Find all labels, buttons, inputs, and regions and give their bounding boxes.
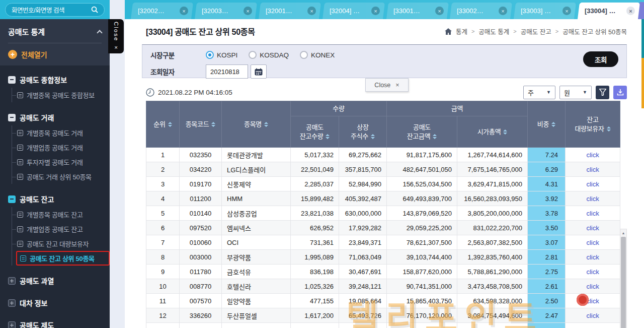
- menu-group: 공매도 종합정보개별종목 공매도 종합정보: [8, 73, 110, 102]
- holders-click-link[interactable]: click: [586, 253, 599, 261]
- menu-group-collapsed[interactable]: 공매도 과열: [8, 274, 110, 288]
- menu-item[interactable]: 개별종목 공매도 종합정보: [12, 88, 110, 102]
- menu-group-collapsed[interactable]: 대차 정보: [8, 296, 110, 310]
- column-header[interactable]: 잔고대량보유자: [566, 101, 620, 148]
- sort-icon[interactable]: [371, 134, 375, 139]
- menu-group-collapsed[interactable]: 공매도 제도: [8, 318, 110, 328]
- sidebar-section-toggle[interactable]: 공매도 통계: [8, 26, 102, 37]
- menu-item[interactable]: 개별종목 공매도 잔고: [12, 207, 110, 222]
- tab-close-icon[interactable]: ×: [435, 7, 443, 15]
- breadcrumb-item[interactable]: 공매도 잔고: [521, 27, 551, 36]
- column-header[interactable]: 종목명: [222, 101, 291, 148]
- cell: click: [566, 294, 620, 308]
- column-header[interactable]: 공매도잔고금액: [387, 116, 457, 148]
- tab-close-icon[interactable]: ×: [180, 7, 188, 15]
- menu-item[interactable]: 공매도 거래 상위 50종목: [12, 169, 110, 184]
- radio-konex[interactable]: KONEX: [300, 51, 335, 59]
- tab-32003[interactable]: [32003…×: [195, 3, 257, 19]
- column-header[interactable]: 금액: [387, 101, 528, 116]
- tab-32001[interactable]: [32001…×: [259, 3, 321, 19]
- calendar-button[interactable]: [251, 64, 267, 79]
- holders-click-link[interactable]: click: [586, 239, 599, 246]
- tab-close-icon[interactable]: ×: [626, 7, 635, 15]
- unit-select-currency[interactable]: 원▼: [559, 86, 592, 99]
- holders-click-link[interactable]: click: [586, 297, 599, 305]
- download-button[interactable]: [613, 86, 627, 99]
- sidebar-close-tab[interactable]: Close ×: [108, 19, 124, 53]
- column-header[interactable]: 비중: [528, 101, 566, 148]
- close-popup-x-icon[interactable]: ×: [395, 82, 399, 89]
- plus-box-icon: [8, 299, 16, 307]
- tab-close-icon[interactable]: ×: [307, 7, 316, 15]
- tab-33001[interactable]: [33001…×: [386, 3, 448, 19]
- holders-click-link[interactable]: click: [586, 166, 599, 173]
- breadcrumb-separator: >: [471, 28, 474, 34]
- tab-close-icon[interactable]: ×: [371, 7, 380, 15]
- holders-click-link[interactable]: click: [586, 224, 599, 232]
- cell: [146, 323, 180, 328]
- column-header[interactable]: 수량: [291, 101, 387, 116]
- menu-group-expanded[interactable]: 공매도 잔고: [8, 192, 110, 206]
- tab-close-icon[interactable]: ×: [562, 7, 571, 15]
- menu-item-active[interactable]: 공매도 잔고 상위 50종목: [16, 251, 110, 266]
- filter-button[interactable]: [596, 86, 609, 99]
- column-header[interactable]: 공매도잔고수량: [291, 116, 339, 148]
- menu-item[interactable]: 개별업종 공매도 거래: [12, 140, 110, 155]
- menu-group-expanded[interactable]: 공매도 거래: [8, 110, 110, 124]
- menu-item[interactable]: 개별업종 공매도 잔고: [12, 222, 110, 236]
- table-row: 5010140삼성중공업23,821,038630,000,000143,879…: [146, 206, 620, 221]
- table-scrollbar[interactable]: ▲: [620, 229, 627, 328]
- sort-icon[interactable]: [503, 129, 507, 135]
- cell: 65,493,726: [339, 308, 387, 323]
- tab-32004[interactable]: [32004] …×: [323, 3, 385, 19]
- column-header[interactable]: 시가총액: [457, 116, 528, 148]
- tab-33004[interactable]: [33004] …×: [578, 3, 640, 19]
- home-icon[interactable]: [445, 28, 452, 35]
- menu-item[interactable]: 공매도 잔고 대량보유자: [12, 236, 110, 251]
- holders-click-link[interactable]: click: [586, 283, 599, 290]
- search-icon[interactable]: [91, 6, 98, 13]
- expand-all-button[interactable]: + 전체열기: [8, 49, 102, 59]
- sort-icon[interactable]: [551, 122, 555, 127]
- holders-click-link[interactable]: click: [586, 210, 599, 217]
- tab-close-icon[interactable]: ×: [499, 7, 507, 15]
- breadcrumb-item[interactable]: 통계: [456, 27, 467, 36]
- sort-icon[interactable]: [264, 122, 268, 127]
- holders-click-link[interactable]: click: [586, 195, 599, 203]
- column-header[interactable]: 순위: [146, 101, 180, 148]
- cell: 007570: [180, 294, 222, 308]
- radio-kosdaq[interactable]: KOSDAQ: [249, 51, 289, 59]
- scrollbar-thumb[interactable]: [621, 237, 626, 328]
- radio-kospi[interactable]: KOSPI: [206, 51, 237, 59]
- tab-close-icon[interactable]: ×: [244, 7, 252, 15]
- chevron-down-icon: ▼: [546, 90, 551, 95]
- sort-icon[interactable]: [168, 122, 172, 127]
- column-header[interactable]: 상장주식수: [339, 116, 387, 148]
- holders-click-link[interactable]: click: [586, 180, 599, 188]
- holders-click-link[interactable]: click: [586, 151, 599, 159]
- menu-group-expanded[interactable]: 공매도 종합정보: [8, 73, 110, 87]
- sort-icon[interactable]: [433, 134, 437, 139]
- sort-icon[interactable]: [607, 126, 611, 132]
- menu-item[interactable]: 투자자별 공매도 거래: [12, 155, 110, 169]
- breadcrumb-item[interactable]: 공매도 잔고 상위 50종목: [562, 27, 627, 36]
- query-form: 시장구분 KOSPIKOSDAQKONEX 조회일자 조회: [142, 44, 627, 78]
- holders-click-link[interactable]: click: [586, 268, 599, 276]
- screen-search-input[interactable]: 화면번호/화면명 검색: [5, 3, 105, 17]
- sort-icon[interactable]: [211, 122, 215, 127]
- tab-33003[interactable]: [33003] …×: [514, 3, 576, 19]
- holders-click-link[interactable]: click: [586, 312, 599, 319]
- scroll-up-icon[interactable]: ▲: [620, 229, 626, 236]
- cell: click: [566, 162, 620, 177]
- tab-32002[interactable]: [32002…×: [131, 3, 193, 19]
- unit-select-quantity[interactable]: 주▼: [523, 86, 555, 99]
- tab-33002[interactable]: [33002…×: [450, 3, 512, 19]
- document-icon: [17, 212, 23, 218]
- breadcrumb-item[interactable]: 공매도 통계: [478, 27, 509, 36]
- date-input[interactable]: [206, 64, 248, 79]
- sort-icon[interactable]: [326, 134, 330, 139]
- cell: 10: [146, 279, 180, 294]
- search-button[interactable]: 조회: [583, 51, 618, 67]
- column-header[interactable]: 종목코드: [180, 101, 222, 148]
- menu-item[interactable]: 개별종목 공매도 거래: [12, 125, 110, 140]
